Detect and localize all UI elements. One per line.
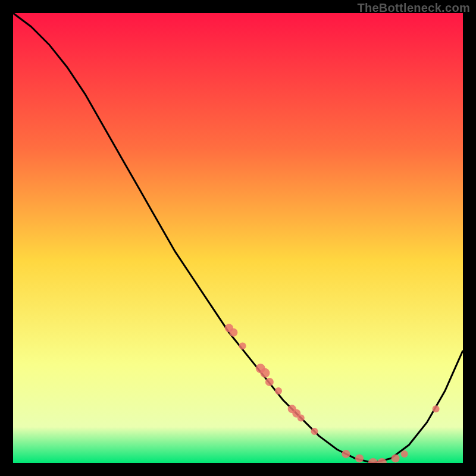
marker-dot [311, 428, 318, 435]
bottleneck-chart-svg [13, 13, 463, 463]
marker-dot [298, 414, 305, 421]
marker-dot [355, 454, 364, 462]
marker-dot [275, 387, 282, 394]
marker-dot [401, 450, 408, 458]
watermark-text: TheBottleneck.com [357, 1, 470, 15]
marker-dot [342, 450, 350, 458]
marker-dot [260, 368, 270, 378]
marker-dot [229, 328, 237, 337]
marker-dot [433, 405, 440, 412]
marker-dot [239, 342, 246, 349]
marker-dot [265, 378, 274, 386]
marker-dot [392, 454, 400, 462]
chart-container [13, 13, 463, 463]
chart-plot-area [13, 13, 463, 463]
gradient-background [13, 13, 463, 463]
